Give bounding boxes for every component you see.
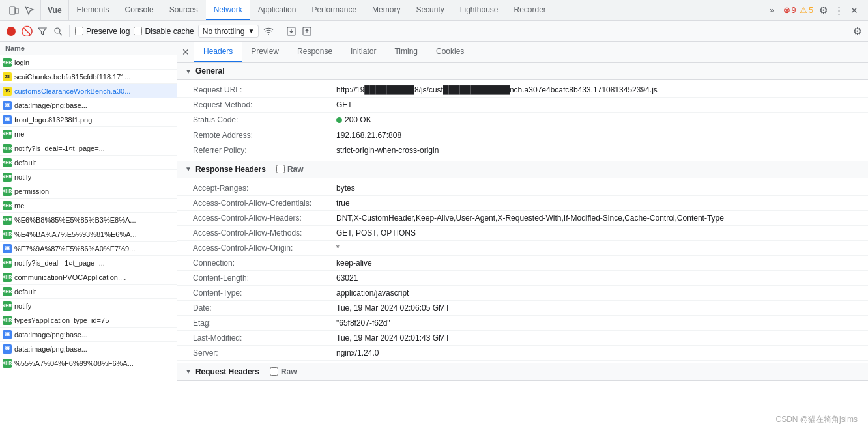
list-item[interactable]: XHR %E6%B8%85%E5%85%B3%E8%A... <box>0 213 177 227</box>
response-headers-section-body: Accept-Ranges: bytes Access-Control-Allo… <box>177 178 868 363</box>
file-type-icon: XHR <box>3 273 12 282</box>
general-section-body: Request URL: http://19█████████8/js/cust… <box>177 80 868 161</box>
tab-overflow[interactable]: » <box>766 6 778 15</box>
tab-cookies[interactable]: Cookies <box>427 42 473 62</box>
close-icon[interactable]: ✕ <box>848 5 860 16</box>
preserve-log-checkbox[interactable]: Preserve log <box>75 27 130 36</box>
list-item[interactable]: 🖼 %E7%9A%87%E5%86%A0%E7%9... <box>0 242 177 256</box>
file-type-icon: XHR <box>3 58 12 67</box>
request-raw-checkbox[interactable]: Raw <box>270 367 297 376</box>
file-type-icon: XHR <box>3 301 12 311</box>
file-name: customsClearanceWorkBench.a30... <box>14 87 171 95</box>
response-headers-triangle: ▼ <box>185 165 192 173</box>
tab-initiator[interactable]: Initiator <box>341 42 385 62</box>
header-key: Etag: <box>193 318 336 328</box>
import-icon[interactable] <box>285 25 297 37</box>
list-item[interactable]: XHR %55%A7%04%F6%99%08%F6%A... <box>0 356 177 370</box>
header-key: Access-Control-Allow-Origin: <box>193 244 336 253</box>
export-icon[interactable] <box>301 25 313 37</box>
clear-icon[interactable]: 🚫 <box>21 25 33 37</box>
tab-response[interactable]: Response <box>288 42 341 62</box>
list-item[interactable]: JS scuiChunks.bebfa815cfdbf118.171... <box>0 70 177 84</box>
file-name: me <box>14 202 171 210</box>
list-item[interactable]: 🖼 data:image/png;base... <box>0 342 177 356</box>
header-value: strict-origin-when-cross-origin <box>336 146 852 155</box>
list-item[interactable]: JS customsClearanceWorkBench.a30... <box>0 84 177 98</box>
list-item[interactable]: XHR notify?is_deal=-1¤t_page=... <box>0 256 177 270</box>
tab-elements[interactable]: Elements <box>69 0 117 20</box>
header-value: true <box>336 199 852 208</box>
tab-performance[interactable]: Performance <box>304 0 364 20</box>
list-item[interactable]: XHR me <box>0 199 177 213</box>
file-name: permission <box>14 188 171 195</box>
record-icon[interactable] <box>5 25 17 37</box>
error-count: ⊗ 9 <box>783 5 796 15</box>
response-header-row: Etag: "65f8f207-f62d" <box>177 316 868 331</box>
list-item[interactable]: XHR notify <box>0 170 177 184</box>
file-name: types?application_type_id=75 <box>14 316 171 324</box>
file-name: me <box>14 130 171 138</box>
tabs: Elements Console Sources Network Applica… <box>69 0 766 20</box>
list-item[interactable]: XHR default <box>0 156 177 170</box>
top-bar-right: ⊗ 9 ⚠ 5 ⚙ ⋮ ✕ <box>778 5 865 16</box>
header-value: Tue, 19 Mar 2024 02:01:43 GMT <box>336 333 852 342</box>
header-key: Status Code: <box>193 115 336 124</box>
tab-timing[interactable]: Timing <box>385 42 427 62</box>
tab-application[interactable]: Application <box>250 0 304 20</box>
main-content: Name XHR login JS scuiChunks.bebfa815cfd… <box>0 42 868 433</box>
throttle-select[interactable]: No throttling ▼ <box>198 25 259 38</box>
preserve-log-input[interactable] <box>75 27 83 35</box>
more-icon[interactable]: ⋮ <box>833 5 845 16</box>
raw-checkbox[interactable]: Raw <box>276 165 304 174</box>
device-icon[interactable] <box>8 5 20 16</box>
close-tab-button[interactable]: ✕ <box>180 46 192 58</box>
tab-sources[interactable]: Sources <box>162 0 206 20</box>
list-item[interactable]: 🖼 data:image/png;base... <box>0 98 177 113</box>
svg-rect-0 <box>10 7 15 14</box>
list-item[interactable]: XHR permission <box>0 184 177 199</box>
list-item[interactable]: XHR %E4%BA%A7%E5%93%81%E6%A... <box>0 227 177 242</box>
list-item[interactable]: XHR default <box>0 285 177 299</box>
tab-lighthouse[interactable]: Lighthouse <box>452 0 506 20</box>
file-type-icon: XHR <box>3 187 12 196</box>
settings-icon[interactable]: ⚙ <box>817 5 829 16</box>
file-name: notify?is_deal=-1¤t_page=... <box>14 259 171 267</box>
tab-preview[interactable]: Preview <box>242 42 288 62</box>
settings-toolbar-icon[interactable]: ⚙ <box>851 25 863 37</box>
tab-console[interactable]: Console <box>117 0 162 20</box>
list-item[interactable]: XHR login <box>0 55 177 70</box>
wifi-icon[interactable] <box>263 25 274 37</box>
tab-headers[interactable]: Headers <box>194 42 242 62</box>
raw-input[interactable] <box>276 165 285 173</box>
request-raw-input[interactable] <box>270 367 278 376</box>
tab-security[interactable]: Security <box>408 0 452 20</box>
file-type-icon: XHR <box>3 258 12 268</box>
response-header-row: Accept-Ranges: bytes <box>177 181 868 196</box>
tab-memory[interactable]: Memory <box>364 0 408 20</box>
tab-recorder[interactable]: Recorder <box>506 0 554 20</box>
list-item[interactable]: 🖼 front_logo.813238f1.png <box>0 113 177 127</box>
general-section-header[interactable]: ▼ General <box>177 63 868 80</box>
file-type-icon: JS <box>3 72 12 81</box>
header-key: Access-Control-Allow-Headers: <box>193 214 336 223</box>
response-headers-section-header[interactable]: ▼ Response Headers Raw <box>177 161 868 178</box>
file-type-icon: XHR <box>3 130 12 139</box>
inspector-icon[interactable] <box>23 5 35 16</box>
list-item[interactable]: XHR types?application_type_id=75 <box>0 313 177 328</box>
file-name: notify <box>14 302 171 310</box>
list-item[interactable]: XHR me <box>0 127 177 141</box>
headers-content: ▼ General Request URL: http://19████████… <box>177 63 868 433</box>
list-item[interactable]: XHR notify <box>0 299 177 313</box>
header-key: Content-Length: <box>193 273 336 283</box>
list-item[interactable]: XHR communicationPVOCApplication.... <box>0 270 177 285</box>
header-value: http://19█████████8/js/cust████████████n… <box>336 85 852 94</box>
list-item[interactable]: 🖼 data:image/png;base... <box>0 328 177 342</box>
list-item[interactable]: XHR notify?is_deal=-1¤t_page=... <box>0 141 177 156</box>
search-icon[interactable] <box>52 25 64 37</box>
filter-icon[interactable] <box>36 25 48 37</box>
header-key: Access-Control-Allow-Methods: <box>193 229 336 238</box>
disable-cache-checkbox[interactable]: Disable cache <box>134 27 194 36</box>
tab-network[interactable]: Network <box>206 0 250 20</box>
disable-cache-input[interactable] <box>134 27 142 35</box>
request-headers-section-header[interactable]: ▼ Request Headers Raw <box>177 363 868 381</box>
